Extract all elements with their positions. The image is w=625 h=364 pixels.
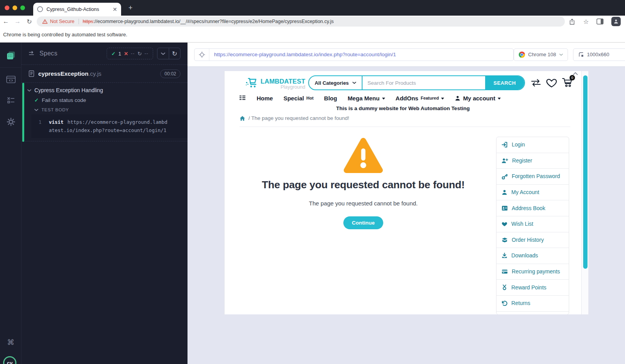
specs-panel: Specs ✓ 1 ✕ -- ↻ -- ↻ [21,43,188,364]
browser-name: Chrome 108 [528,52,556,57]
specs-list-icon [29,51,36,56]
aut-url-bar[interactable] [194,48,514,61]
forward-icon[interactable]: → [12,18,23,25]
settings-gear-icon[interactable] [0,118,21,128]
nav-my-account[interactable]: My account [455,95,501,102]
account-menu-item-forgotten-password[interactable]: Forgotten Password [496,169,569,185]
suite-row[interactable]: Cypress Exception Handling [21,85,188,95]
category-dropdown[interactable]: All Categories [309,76,361,89]
cart-logo-icon [245,76,259,90]
cypress-favicon-icon [37,6,43,12]
nav-home[interactable]: Home [257,95,273,102]
bookmark-star-icon[interactable]: ☆ [583,18,589,25]
account-menu-item-partial [496,312,569,314]
account-menu-item-wish-list[interactable]: Wish List [496,216,569,232]
test-code-block[interactable]: 1 visithttps://ecommerce-playground.lamb… [31,114,188,138]
browser-selector[interactable]: Chrome 108 [514,48,568,61]
sign-in-icon [502,142,508,148]
account-menu-item-returns[interactable]: Returns [496,296,569,312]
person-icon [455,95,461,101]
test-title: Fail on status code [42,97,86,103]
failed-count: -- [131,51,135,56]
account-menu-item-reward-points[interactable]: Reward Points [496,280,569,296]
browser-tab[interactable]: Cypress_Github-Actions ✕ [33,3,121,16]
active-spec-bar [22,83,24,142]
aut-header: Chrome 108 1000x660 [188,43,625,67]
gift-box-icon [502,237,508,243]
search-button[interactable]: SEARCH [485,76,524,89]
tab-close-icon[interactable]: ✕ [112,6,117,12]
nav-mega-menu[interactable]: Mega Menu [348,95,385,102]
hot-badge: Hot [306,96,313,100]
logo-title: LAMBDATEST [261,78,305,85]
automation-banner: Chrome is being controlled by automated … [0,27,625,43]
debugger-nav-icon[interactable] [0,96,21,106]
category-selected: All Categories [314,80,348,86]
site-page: LAMBDATEST Playground All Categories [225,71,581,314]
address-bar[interactable]: Not Secure https://ecommerce-playground.… [37,16,565,27]
site-logo[interactable]: LAMBDATEST Playground [245,76,305,90]
account-menu-item-order-history[interactable]: Order History [496,232,569,248]
warning-triangle-icon [42,19,48,24]
minimize-window-button[interactable] [12,5,17,10]
specs-header-buttons: ↻ [157,48,180,59]
error-message: The page you requested cannot be found. [236,200,490,207]
rail-divider [0,67,21,68]
chevron-down-icon [27,89,31,92]
aut-iframe: LAMBDATEST Playground All Categories [225,71,581,314]
home-icon[interactable] [239,116,245,121]
aut-url-input[interactable] [209,52,513,57]
aut-scrollbar-track[interactable] [581,71,589,314]
selector-playground-button[interactable] [195,49,209,61]
close-window-button[interactable] [5,5,9,10]
crosshair-icon [199,52,205,58]
account-menu-item-downloads[interactable]: Downloads [496,248,569,264]
cypress-nav-rail: ⌘ cy [0,43,21,364]
code-url: https://ecommerce-playground.lambdatest.… [49,119,168,133]
specs-nav-icon[interactable] [0,50,21,62]
account-menu-item-login[interactable]: Login [496,137,569,153]
compare-arrows-icon[interactable] [530,79,541,87]
share-icon[interactable] [569,18,575,25]
account-menu-item-address-book[interactable]: Address Book [496,200,569,216]
window-controls[interactable] [5,5,25,10]
collapse-chevron-button[interactable] [157,48,169,59]
rerun-tests-button[interactable]: ↻ [169,48,180,59]
continue-button[interactable]: Continue [343,216,384,229]
spec-file-row[interactable]: cypressException.cy.js 00:02 [21,65,188,82]
keyboard-shortcuts-icon[interactable]: ⌘ [0,338,21,347]
cart-button[interactable]: 0 [562,77,573,89]
account-menu-item-recurring-payments[interactable]: Recurring payments [496,264,569,280]
user-plus-icon [502,158,508,164]
tab-title: Cypress_Github-Actions [46,7,110,12]
caret-down-icon [382,98,385,100]
aut-scrollbar-thumb[interactable] [583,75,588,269]
nav-addons[interactable]: AddOnsFeatured [396,95,445,102]
new-tab-button[interactable]: + [126,4,135,13]
wishlist-heart-icon[interactable] [546,78,557,88]
menu-burger-icon[interactable] [239,95,246,101]
medal-icon [502,284,507,291]
omnibox-separator [79,19,79,24]
side-panel-icon[interactable] [596,18,604,25]
runs-nav-icon[interactable] [0,76,21,85]
nav-blog[interactable]: Blog [324,95,337,102]
profile-avatar[interactable] [611,17,621,26]
test-body-row[interactable]: TEST BODY [21,105,188,114]
maximize-window-button[interactable] [20,5,25,10]
panel-divider [21,141,188,141]
key-icon [502,173,508,180]
back-to-top-icon[interactable] [573,72,578,75]
test-row[interactable]: ✓ Fail on status code [21,95,188,105]
cypress-logo[interactable]: cy [3,356,16,364]
account-menu-item-my-account[interactable]: My Account [496,185,569,201]
spec-ext: .cy.js [88,70,101,77]
test-body-title: TEST BODY [41,107,69,112]
back-icon[interactable]: ← [0,18,12,25]
account-menu-item-register[interactable]: Register [496,153,569,169]
spec-name: cypressException [38,70,88,77]
viewport-size-indicator[interactable]: 1000x660 [573,48,625,61]
nav-special[interactable]: SpecialHot [284,95,314,102]
search-input[interactable] [362,80,485,86]
reload-icon[interactable]: ↻ [23,18,35,25]
